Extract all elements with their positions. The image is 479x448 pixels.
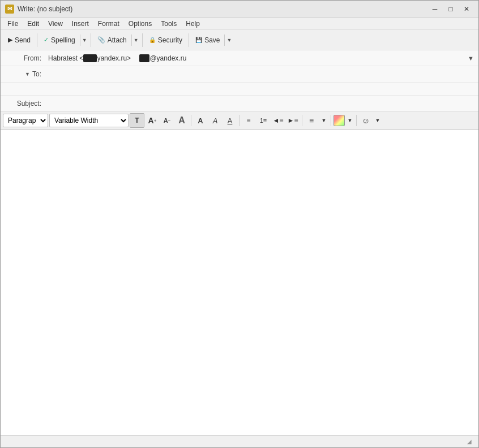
- subject-input[interactable]: [46, 97, 478, 110]
- app-icon: ✉: [5, 5, 14, 14]
- cc-input[interactable]: [46, 84, 478, 94]
- from-name: Habratest <: [48, 54, 83, 62]
- spelling-icon: ✓: [44, 36, 49, 44]
- underline-icon: A: [228, 117, 233, 125]
- window-controls: ─ □ ✕: [427, 3, 474, 15]
- indent-btn[interactable]: ►≡: [286, 114, 300, 127]
- spelling-button[interactable]: ✓ Spelling: [40, 32, 79, 48]
- fmt-sep-5: [356, 115, 357, 126]
- fmt-sep-1: [191, 115, 191, 126]
- security-group: 🔒 Security: [145, 32, 186, 49]
- save-dropdown[interactable]: ▼: [224, 35, 232, 46]
- attach-button[interactable]: 📎 Attach: [94, 32, 130, 48]
- security-button[interactable]: 🔒 Security: [146, 32, 186, 48]
- maximize-button[interactable]: □: [443, 3, 458, 15]
- spelling-dropdown[interactable]: ▼: [80, 35, 88, 46]
- redacted-email-1: [83, 54, 97, 62]
- ordered-list-btn[interactable]: 1≡: [256, 114, 270, 127]
- window-title: Write: (no subject): [18, 5, 72, 13]
- font-underline-btn[interactable]: A: [223, 114, 237, 127]
- menu-insert[interactable]: Insert: [67, 19, 93, 29]
- paragraph-style-select[interactable]: Paragraph Heading 1 Heading 2 Heading 3 …: [3, 114, 48, 127]
- menu-view[interactable]: View: [44, 19, 67, 29]
- toolbar: ▶ Send ✓ Spelling ▼ 📎 Attach ▼: [1, 30, 478, 50]
- spelling-label: Spelling: [51, 36, 75, 44]
- font-italic-btn[interactable]: A: [208, 114, 222, 127]
- menubar: File Edit View Insert Format Options Too…: [1, 18, 478, 30]
- compose-header: From: Habratest < yandex.ru> @yandex.ru …: [1, 50, 478, 112]
- main-window: ✉ Write: (no subject) ─ □ ✕ File Edit Vi…: [0, 0, 479, 448]
- smiley-btn[interactable]: ☺: [359, 114, 373, 127]
- spelling-group: ✓ Spelling ▼: [40, 32, 88, 49]
- minimize-button[interactable]: ─: [427, 3, 442, 15]
- from-dropdown-arrow[interactable]: ▼: [463, 54, 478, 63]
- separator-4: [189, 33, 189, 47]
- font-color-btn[interactable]: [333, 115, 345, 126]
- menu-file[interactable]: File: [3, 19, 23, 29]
- send-icon: ▶: [8, 36, 12, 44]
- compose-textarea[interactable]: [5, 135, 474, 430]
- ordered-list-icon: 1≡: [260, 117, 267, 124]
- save-button[interactable]: 💾 Save: [192, 32, 223, 48]
- from-domain-2: @yandex.ru: [149, 54, 186, 62]
- expand-to-btn[interactable]: ▼: [25, 71, 30, 77]
- fmt-sep-4: [331, 115, 331, 126]
- color-dropdown-btn[interactable]: ▼: [346, 114, 354, 127]
- menu-edit[interactable]: Edit: [23, 19, 44, 29]
- redacted-email-2: [139, 54, 149, 62]
- separator-1: [37, 33, 37, 47]
- lock-icon: 🔒: [149, 37, 156, 43]
- align-left-btn[interactable]: ≡: [305, 114, 318, 127]
- menu-tools[interactable]: Tools: [156, 19, 181, 29]
- to-input[interactable]: [46, 67, 478, 81]
- send-button[interactable]: ▶ Send: [5, 32, 34, 48]
- indent-icon: ►≡: [288, 117, 298, 124]
- titlebar-left: ✉ Write: (no subject): [5, 5, 72, 14]
- save-group: 💾 Save ▼: [191, 32, 233, 49]
- subject-label: Subject:: [1, 100, 46, 107]
- fmt-sep-3: [302, 115, 302, 126]
- attach-label: Attach: [108, 36, 127, 44]
- from-separator: [134, 54, 136, 62]
- italic-icon: A: [213, 117, 218, 125]
- font-size-decrease-btn[interactable]: A−: [160, 114, 174, 127]
- attach-icon: 📎: [97, 36, 105, 44]
- from-domain-1: yandex.ru>: [97, 54, 131, 62]
- fmt-sep-2: [239, 115, 240, 126]
- compose-body: [1, 130, 478, 435]
- font-size-increase-icon: A: [148, 116, 154, 125]
- resize-handle[interactable]: ◢: [467, 438, 474, 445]
- close-button[interactable]: ✕: [459, 3, 474, 15]
- titlebar: ✉ Write: (no subject) ─ □ ✕: [1, 1, 478, 18]
- menu-options[interactable]: Options: [124, 19, 156, 29]
- bold-text-btn[interactable]: T: [130, 113, 144, 128]
- attach-group: 📎 Attach ▼: [93, 32, 140, 49]
- font-size-increase-btn[interactable]: A+: [146, 114, 159, 127]
- subject-row: Subject:: [1, 96, 478, 111]
- statusbar: ◢: [1, 435, 478, 447]
- separator-3: [142, 33, 143, 47]
- cc-row: [1, 83, 478, 96]
- save-label: Save: [204, 36, 220, 44]
- font-size-decrease-icon: A: [164, 117, 168, 124]
- attach-dropdown[interactable]: ▼: [131, 35, 139, 46]
- save-icon: 💾: [195, 37, 202, 43]
- font-size-large-icon: A: [178, 115, 185, 126]
- from-label: From:: [1, 54, 46, 62]
- from-value: Habratest < yandex.ru> @yandex.ru: [46, 53, 463, 63]
- outdent-btn[interactable]: ◄≡: [271, 114, 285, 127]
- security-label: Security: [158, 36, 182, 44]
- smiley-dropdown-btn[interactable]: ▼: [374, 114, 382, 127]
- menu-format[interactable]: Format: [93, 19, 124, 29]
- menu-help[interactable]: Help: [181, 19, 204, 29]
- separator-2: [91, 33, 91, 47]
- font-bold-btn[interactable]: A: [194, 114, 207, 127]
- font-select[interactable]: Variable Width Fixed Width Arial Times N…: [49, 114, 129, 127]
- send-label: Send: [15, 36, 31, 44]
- to-row: ▼ To:: [1, 66, 478, 83]
- align-dropdown-btn[interactable]: ▼: [319, 114, 328, 127]
- unordered-list-btn[interactable]: ≡: [242, 114, 255, 127]
- format-toolbar: Paragraph Heading 1 Heading 2 Heading 3 …: [1, 112, 478, 130]
- unordered-list-icon: ≡: [246, 117, 250, 124]
- font-size-large-btn[interactable]: A: [175, 114, 189, 127]
